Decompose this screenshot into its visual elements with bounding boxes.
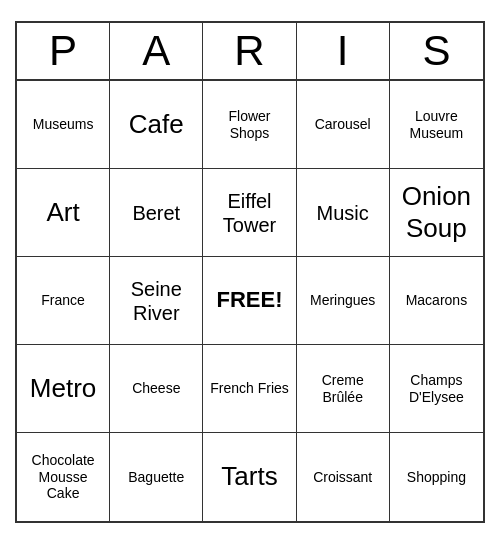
cell-r1-c4: Onion Soup <box>390 169 483 257</box>
header-letter-p: P <box>17 23 110 79</box>
cell-r3-c2: French Fries <box>203 345 296 433</box>
cell-r0-c2: Flower Shops <box>203 81 296 169</box>
cell-r2-c4: Macarons <box>390 257 483 345</box>
cell-r4-c4: Shopping <box>390 433 483 521</box>
cell-r1-c2: Eiffel Tower <box>203 169 296 257</box>
cell-r1-c0: Art <box>17 169 110 257</box>
cell-r2-c2: FREE! <box>203 257 296 345</box>
cell-r2-c0: France <box>17 257 110 345</box>
cell-r0-c4: Louvre Museum <box>390 81 483 169</box>
bingo-grid: MuseumsCafeFlower ShopsCarouselLouvre Mu… <box>17 81 483 521</box>
header-letter-s: S <box>390 23 483 79</box>
cell-r0-c3: Carousel <box>297 81 390 169</box>
cell-r4-c3: Croissant <box>297 433 390 521</box>
cell-r2-c1: Seine River <box>110 257 203 345</box>
bingo-header: PARIS <box>17 23 483 81</box>
cell-r4-c2: Tarts <box>203 433 296 521</box>
cell-r3-c4: Champs D'Elysee <box>390 345 483 433</box>
cell-r3-c1: Cheese <box>110 345 203 433</box>
header-letter-r: R <box>203 23 296 79</box>
cell-r4-c1: Baguette <box>110 433 203 521</box>
cell-r4-c0: Chocolate Mousse Cake <box>17 433 110 521</box>
cell-r0-c1: Cafe <box>110 81 203 169</box>
header-letter-a: A <box>110 23 203 79</box>
cell-r1-c1: Beret <box>110 169 203 257</box>
cell-r0-c0: Museums <box>17 81 110 169</box>
cell-r2-c3: Meringues <box>297 257 390 345</box>
cell-r1-c3: Music <box>297 169 390 257</box>
bingo-card: PARIS MuseumsCafeFlower ShopsCarouselLou… <box>15 21 485 523</box>
cell-r3-c3: Creme Brûlée <box>297 345 390 433</box>
header-letter-i: I <box>297 23 390 79</box>
cell-r3-c0: Metro <box>17 345 110 433</box>
